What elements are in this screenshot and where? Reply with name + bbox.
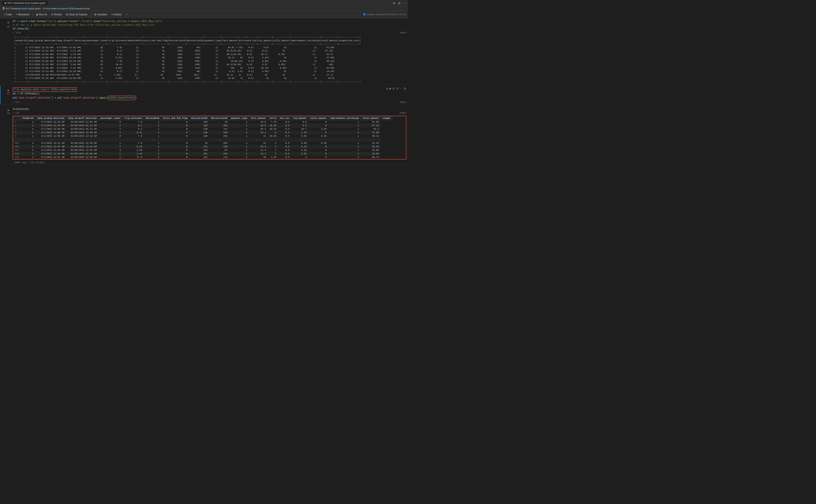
df-table: VendorID tpep_pickup_datetime tpep_dropo… <box>13 116 392 159</box>
title-bar: NYC Notebook local module.ipynb ⚙ ⊞ ⋯ <box>0 0 408 6</box>
table-row: 325/1/2023 12:00 AM01/05/2023 12:20 AM18… <box>13 131 392 134</box>
table-row: 99625/1/2023 12:07 AM01/05/2023 12:24 AM… <box>13 145 392 149</box>
kernel-info: 🔵 synapse-spark-kernel (Python 3.10.12) <box>363 13 406 16</box>
table-row: 415/1/2023 12:05 AM01/05/2023 12:19 AM07… <box>13 134 392 138</box>
cell-1-lang: Python <box>400 32 406 34</box>
cell-3-lang: Python <box>400 112 406 114</box>
cell-2-status: 9.1s <box>16 101 19 103</box>
variables-button[interactable]: ⊞ Variables <box>93 12 109 17</box>
toolbar: + Code + Markdown ▶ Run All ↺ Restart ⊞ … <box>0 11 408 18</box>
title-bar-icons: ⚙ ⊞ ⋯ <box>393 1 406 5</box>
table-row: 225/1/2023 12:56 AM01/05/2023 01:13 AM29… <box>13 127 392 131</box>
run-all-button[interactable]: ▶ Run All <box>35 12 49 17</box>
cell-1: ▶ [4] df = spark.read.format("csv").opti… <box>0 18 408 84</box>
cell-2-gutter: ▶ [2] <box>1 86 11 97</box>
df-col-dropoff: tpep_dropoff_datetime <box>66 116 99 120</box>
df-col-tripdist: trip_distance <box>123 116 144 120</box>
add-code-button[interactable]: + Code <box>2 12 13 17</box>
cell-toolbar-delete[interactable]: 🗑 <box>404 87 406 90</box>
restart-button[interactable]: ↺ Restart <box>49 12 63 17</box>
cell-2-lang: Python <box>400 101 406 103</box>
breadcrumb: 📓 NYC Notebook local module.ipynb › ➤ fr… <box>0 6 408 11</box>
df-col-vendorid: VendorID <box>21 116 35 120</box>
cell-3-status: 0.0s <box>16 112 19 114</box>
df-col-dolocation: DOLocationID <box>209 116 229 120</box>
cell-1-status: 12.9s <box>16 32 21 34</box>
df-col-fare: fare_amount <box>249 116 268 120</box>
breadcrumb-arrow: ➤ <box>43 7 45 10</box>
table-row: 115/1/2023 12:42 AM01/05/2023 01:11 AM28… <box>13 124 392 127</box>
df-col-extra: extra <box>268 116 278 120</box>
notebook-area: ▶ [4] df = spark.read.format("csv").opti… <box>0 18 408 173</box>
cell-toolbar-run-below[interactable]: ⊵ <box>393 87 395 90</box>
cell-3-gutter: ▶ [3] <box>1 106 11 117</box>
df-col-payment: payment_type <box>229 116 249 120</box>
cell-1-gutter: ▶ [4] <box>1 18 11 29</box>
df-col-total: total_amount <box>361 116 381 120</box>
clear-all-outputs-button[interactable]: ⊞ Clear All Outputs <box>64 12 89 17</box>
df-col-passenger: passenger_count <box>99 116 123 120</box>
breadcrumb-file[interactable]: NYC Notebook local module.ipynb <box>6 7 41 10</box>
cell-2-toolbar: ⊴ ▶ ⊵ ⊟ ⋯ 🗑 <box>386 87 406 90</box>
df-col-index <box>13 116 21 120</box>
df-col-tip: tip_amount <box>291 116 308 120</box>
cell-toolbar-more[interactable]: ⋯ <box>400 87 402 90</box>
cell-3-code[interactable]: display(pd) <box>13 107 406 111</box>
df-col-conges: conges <box>381 116 392 120</box>
table-row: 99525/1/2023 12:31 AM01/05/2023 12:45 AM… <box>13 141 392 145</box>
df-col-pulocation: PULocationID <box>189 116 209 120</box>
outline-button[interactable]: ≡ Outline <box>110 12 123 17</box>
breadcrumb-file-icon: 📓 <box>2 7 5 10</box>
table-row: 99915/1/2023 12:01 AM01/05/2023 12:40 AM… <box>13 156 392 159</box>
cell-toolbar-run-above[interactable]: ⊴ <box>386 87 388 90</box>
settings-icon[interactable]: ⚙ <box>393 1 396 5</box>
cell-2: ▶ [2] ⊴ ▶ ⊵ ⊟ ⋯ 🗑 from builtin.util impo… <box>0 86 408 104</box>
toolbar-separator-2 <box>91 12 91 17</box>
table-row: 99725/1/2023 12:39 AM01/05/2023 12:46 AM… <box>13 149 392 152</box>
cell-toolbar-clear[interactable]: ⊟ <box>396 87 398 90</box>
breadcrumb-location[interactable]: from builtin.util import US2EuropeanForm… <box>46 7 90 10</box>
tab-title: NYC Notebook local module.ipynb <box>7 2 45 5</box>
df-col-storefwd: store_and_fwd_flag <box>161 116 189 120</box>
table-row: 99825/1/2023 12:56 AM01/05/2023 01:08 AM… <box>13 152 392 156</box>
df-col-ratecode: RatecodeID <box>144 116 161 120</box>
add-markdown-button[interactable]: + Markdown <box>14 12 31 17</box>
df-footer: 1000 rows × 19 columns <box>13 160 406 165</box>
df-col-pickup: tpep_pickup_datetime <box>35 116 66 120</box>
cell-1-output: +--------+--------------------+---------… <box>13 35 406 84</box>
more-icon[interactable]: ⋯ <box>403 1 406 5</box>
toolbar-separator-1 <box>33 12 33 17</box>
cell-3-df-output: VendorID tpep_pickup_datetime tpep_dropo… <box>13 116 406 159</box>
df-col-improvement: improvement_surcharge <box>328 116 361 120</box>
layout-icon[interactable]: ⊞ <box>398 1 401 5</box>
tab-modified-dot <box>5 2 6 4</box>
table-row: ........................................… <box>13 138 392 141</box>
cell-3: ▶ [3] display(pd) ✓ 0.0s Python VendorID <box>0 106 408 165</box>
cell-2-code[interactable]: from builtin.util import US2EuropeanForm… <box>13 87 406 100</box>
cell-1-code[interactable]: df = spark.read.format("csv").option("he… <box>13 19 406 31</box>
df-col-mtatax: mta_tax <box>278 116 291 120</box>
df-col-tolls: tolls_amount <box>308 116 328 120</box>
more-options-button[interactable]: ⋯ <box>124 12 130 17</box>
table-row: 015/1/2023 12:33 AM01/05/2023 12:53 AM07… <box>13 120 392 124</box>
title-tab[interactable]: NYC Notebook local module.ipynb <box>2 1 48 5</box>
cell-toolbar-run[interactable]: ▶ <box>389 87 391 90</box>
